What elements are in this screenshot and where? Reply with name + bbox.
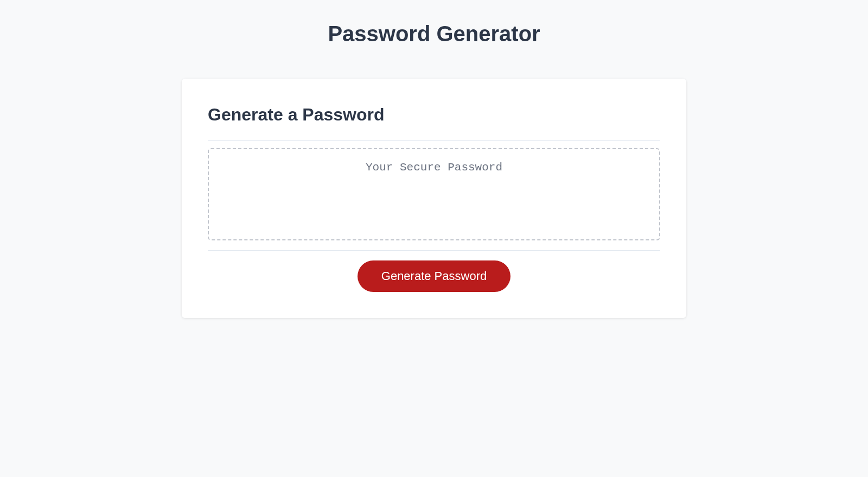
card-footer: Generate Password [208,260,660,292]
generator-card: Generate a Password Generate Password [182,79,686,318]
card-header: Generate a Password [208,105,660,141]
page-wrapper: Password Generator Generate a Password G… [0,0,868,340]
card-heading: Generate a Password [208,105,660,125]
generate-button[interactable]: Generate Password [358,260,510,292]
card-body [208,148,660,251]
page-title: Password Generator [22,22,846,46]
password-output[interactable] [208,148,660,240]
